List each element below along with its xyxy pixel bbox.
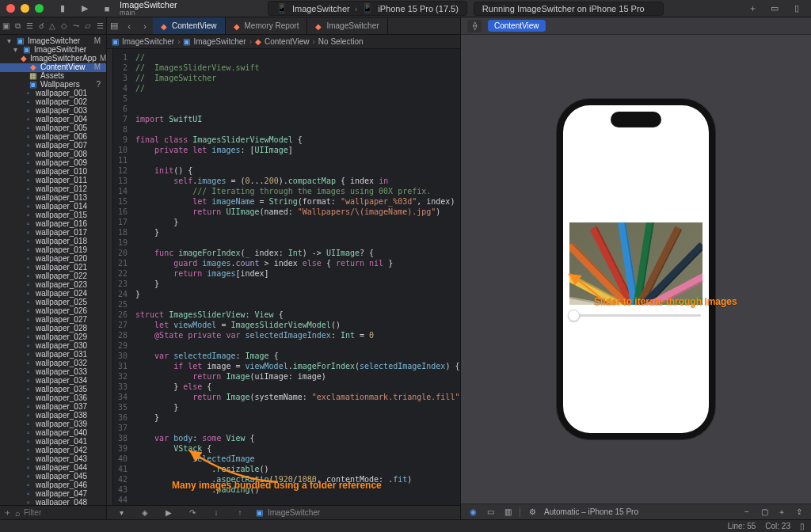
- back-icon[interactable]: ‹: [121, 20, 137, 32]
- image-file-icon: ▫: [24, 124, 32, 133]
- folder-icon[interactable]: ▣: [2, 21, 10, 30]
- image-file-icon: ▫: [24, 177, 32, 185]
- code-editor[interactable]: 1234567891011121314151617181920212223242…: [107, 49, 460, 505]
- tree-item-label: wallpaper_013: [36, 194, 87, 203]
- panel-right-icon[interactable]: ▯: [789, 2, 805, 15]
- disclosure-icon[interactable]: ▾: [5, 37, 13, 46]
- scm-badge: ?: [96, 81, 103, 89]
- hide-debug-icon[interactable]: ▾: [113, 507, 129, 519]
- canvas[interactable]: Slider to iterate through images: [461, 35, 811, 504]
- titlebar: ▮ ▶ ■ ImageSwitcher main 📱 ImageSwitcher…: [0, 0, 811, 17]
- tree-item-label: wallpaper_027: [36, 316, 87, 325]
- run-icon[interactable]: ▶: [77, 2, 93, 15]
- preview-canvas: ⟠ ContentView Slider to iterate through …: [461, 17, 811, 519]
- image-file-icon: ▫: [24, 325, 32, 333]
- tree-item-label: wallpaper_025: [36, 298, 87, 307]
- forward-icon[interactable]: ›: [137, 20, 153, 32]
- app-icon: ▣: [112, 37, 119, 46]
- tree-item-label: Wallpapers: [40, 81, 80, 89]
- variants-icon[interactable]: ▥: [502, 507, 513, 516]
- tree-item[interactable]: ▫wallpaper_048: [0, 499, 106, 505]
- scm-icon[interactable]: ⧉: [15, 21, 21, 31]
- navigator: ▣ ⧉ ☰ ☌ △ ◇ ⤳ ▱ ☰ ▾▣ImageSwitcherM▾▣Imag…: [0, 17, 107, 519]
- selectable-icon[interactable]: ▭: [485, 507, 496, 516]
- live-icon[interactable]: ◉: [467, 507, 478, 516]
- issue-icon[interactable]: △: [49, 21, 55, 30]
- slider-track[interactable]: [571, 314, 701, 317]
- zoom-fit-icon[interactable]: ▢: [759, 507, 770, 516]
- disclosure-icon[interactable]: ▾: [11, 46, 19, 55]
- tree-item-label: wallpaper_001: [36, 89, 87, 98]
- filter-icon[interactable]: ⌕: [15, 508, 21, 518]
- device-settings-icon[interactable]: ⚙: [527, 507, 538, 516]
- step-out-icon[interactable]: ↑: [232, 507, 248, 519]
- plus-icon[interactable]: ＋: [744, 2, 760, 15]
- tree-item-label: wallpaper_003: [36, 107, 87, 116]
- scheme-selector[interactable]: ImageSwitcher main: [120, 1, 177, 17]
- plus-icon[interactable]: ＋: [3, 507, 12, 519]
- debug-icon[interactable]: ⤳: [73, 21, 79, 30]
- pin-icon[interactable]: ⟠: [467, 20, 482, 32]
- tab-memory-report[interactable]: ◆Memory Report: [226, 17, 308, 34]
- preview-label[interactable]: ContentView: [488, 20, 546, 32]
- bookmark-icon[interactable]: ☰: [26, 21, 33, 30]
- stop-icon[interactable]: ■: [99, 2, 115, 15]
- image-file-icon: ▫: [24, 264, 32, 272]
- folder-icon: ▣: [22, 46, 31, 55]
- zoom-in-icon[interactable]: ＋: [776, 507, 787, 518]
- device-bezel: [557, 99, 715, 439]
- test-icon[interactable]: ◇: [61, 21, 67, 30]
- library-icon[interactable]: ▭: [767, 2, 782, 15]
- tree-item-label: wallpaper_021: [36, 264, 87, 272]
- device-label[interactable]: Automatic – iPhone 15 Pro: [544, 507, 638, 516]
- tree-item-label: wallpaper_024: [36, 290, 87, 298]
- step-over-icon[interactable]: ↷: [185, 507, 200, 519]
- dynamic-island: [611, 112, 661, 127]
- window-controls: [6, 4, 44, 13]
- panel-toggle-icon[interactable]: ▯: [800, 522, 805, 530]
- image-file-icon: ▫: [24, 342, 32, 351]
- related-items-icon[interactable]: ▤: [107, 20, 121, 32]
- image-file-icon: ▫: [24, 194, 32, 203]
- jump-bar[interactable]: ▣ ImageSwitcher› ▣ ImageSwitcher› ◆ Cont…: [107, 35, 460, 49]
- swift-icon: ◆: [315, 22, 322, 29]
- preview-image: [569, 222, 702, 305]
- tree-item-label: wallpaper_031: [36, 351, 87, 359]
- image-file-icon: ▫: [24, 403, 32, 412]
- breakpoint-icon[interactable]: ▱: [85, 21, 91, 30]
- close-icon[interactable]: [6, 4, 15, 13]
- scm-badge: M: [100, 55, 106, 63]
- tree-item-label: ImageSwitcher: [28, 37, 80, 46]
- continue-icon[interactable]: ▶: [161, 507, 177, 519]
- export-icon[interactable]: ⇪: [794, 507, 805, 516]
- tree-item-label: wallpaper_038: [36, 412, 87, 420]
- report-icon[interactable]: ☰: [97, 21, 104, 30]
- tree-item-label: wallpaper_023: [36, 281, 87, 290]
- search-icon[interactable]: ☌: [39, 21, 44, 30]
- tree-item-label: wallpaper_010: [36, 168, 87, 177]
- image-file-icon: ▫: [24, 246, 32, 255]
- slider-thumb[interactable]: [568, 310, 580, 321]
- code-content[interactable]: //// ImagesSliderView.swift// ImageSwitc…: [131, 49, 460, 505]
- tab-contentview[interactable]: ◆ContentView: [153, 17, 226, 34]
- step-in-icon[interactable]: ↓: [208, 507, 224, 519]
- tree-item-label: wallpaper_047: [36, 490, 87, 499]
- scm-badge: M: [94, 37, 103, 46]
- debug-target[interactable]: ImageSwitcher: [268, 508, 320, 517]
- zoom-icon[interactable]: [35, 4, 44, 13]
- project-tree[interactable]: ▾▣ImageSwitcherM▾▣ImageSwitcher◆ImageSwi…: [0, 35, 106, 505]
- breakpoints-toggle-icon[interactable]: ◈: [137, 507, 153, 519]
- tree-item-label: wallpaper_044: [36, 464, 87, 473]
- minimize-icon[interactable]: [21, 4, 29, 13]
- tab-imageswitcher[interactable]: ◆ImageSwitcher: [307, 17, 387, 34]
- image-file-icon: ▫: [24, 429, 32, 438]
- run-destination[interactable]: 📱 ImageSwitcher › 📱 iPhone 15 Pro (17.5): [268, 1, 467, 16]
- zoom-out-icon[interactable]: −: [741, 507, 752, 516]
- image-file-icon: ▫: [24, 220, 32, 229]
- canvas-toolbar: ◉ ▭ ▥ ⚙ Automatic – iPhone 15 Pro − ▢ ＋ …: [461, 504, 811, 519]
- change-ribbon: [107, 49, 113, 505]
- panel-left-icon[interactable]: ▮: [55, 2, 70, 15]
- image-file-icon: ▫: [24, 168, 32, 177]
- image-file-icon: ▫: [24, 150, 32, 159]
- tree-item-label: wallpaper_048: [36, 499, 87, 505]
